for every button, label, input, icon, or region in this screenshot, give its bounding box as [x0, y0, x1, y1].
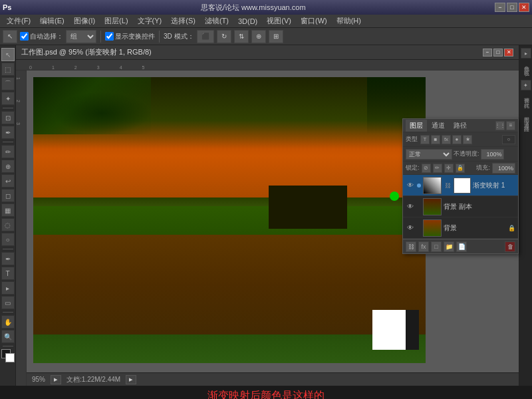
mode-3d-btn3[interactable]: ⇅ — [234, 30, 249, 43]
ruler-mark-1: 1 — [52, 65, 74, 70]
filter-toggle[interactable]: ○ — [502, 135, 515, 144]
zoom-tool[interactable]: 🔍 — [1, 330, 15, 343]
add-mask-btn[interactable]: □ — [431, 241, 442, 252]
layer-visibility-bg-copy[interactable]: 👁 — [406, 202, 415, 211]
layer-item-bg-copy[interactable]: 👁 背景 副本 — [403, 196, 518, 217]
filter-icon-fx[interactable]: fx — [442, 135, 451, 144]
move-tool[interactable]: ↖ — [1, 48, 15, 61]
layer-thumb-gradient-map — [423, 177, 442, 194]
doc-maximize-btn[interactable]: □ — [493, 49, 503, 57]
right-expand-btn[interactable]: ▸ — [521, 48, 531, 59]
mode-3d-btn4[interactable]: ⊕ — [251, 30, 266, 43]
right-style-label[interactable]: 样式 — [521, 97, 531, 100]
text-tool[interactable]: T — [1, 267, 15, 280]
crop-tool[interactable]: ⊡ — [1, 111, 15, 124]
menu-edit[interactable]: 编辑(E) — [36, 15, 68, 27]
menu-file[interactable]: 文件(F) — [3, 15, 35, 27]
layer-visibility-gradient-map[interactable]: 👁 — [406, 181, 415, 190]
menu-select[interactable]: 选择(S) — [167, 15, 200, 27]
mode-3d-btn5[interactable]: ⊞ — [269, 30, 283, 43]
zoom-btn[interactable]: ▸ — [51, 375, 61, 384]
lock-move-btn[interactable]: ✛ — [444, 164, 454, 173]
filter-icon-T[interactable]: T — [420, 135, 430, 144]
lock-transparency-btn[interactable]: ⊘ — [422, 164, 431, 173]
lock-paint-btn[interactable]: ✏ — [433, 164, 442, 173]
dodge-tool[interactable]: ○ — [1, 233, 15, 246]
right-paths-label[interactable]: 路径 — [521, 121, 531, 124]
eyedropper-tool[interactable]: ✒ — [1, 126, 15, 139]
lasso-tool[interactable]: ⌒ — [1, 77, 15, 90]
layer-name-gradient-map: 渐变映射 1 — [473, 181, 515, 190]
menu-help[interactable]: 帮助(H) — [332, 15, 365, 27]
menu-image[interactable]: 图像(I) — [70, 15, 99, 27]
layer-active-indicator — [417, 184, 421, 188]
right-adjust-label[interactable]: 调整 — [521, 92, 531, 95]
filter-icon-shape[interactable]: ■ — [431, 135, 440, 144]
shape-tool[interactable]: ▭ — [1, 296, 15, 309]
auto-select-dropdown[interactable]: 组 图层 — [66, 30, 96, 43]
right-channels-label[interactable]: 通道 — [521, 116, 531, 119]
tab-channels[interactable]: 通道 — [428, 120, 449, 132]
doc-close-btn[interactable]: ✕ — [504, 49, 513, 57]
menu-view[interactable]: 视图(V) — [263, 15, 295, 27]
magic-wand-tool[interactable]: ✦ — [1, 92, 15, 105]
layers-menu-btn[interactable]: ≡ — [506, 121, 515, 130]
filter-icon-smart[interactable]: ★ — [463, 135, 472, 144]
green-indicator[interactable] — [390, 192, 399, 201]
layer-visibility-background[interactable]: 👁 — [406, 223, 415, 233]
hand-tool[interactable]: ✋ — [1, 315, 15, 329]
add-fx-btn[interactable]: fx — [418, 241, 429, 252]
mode-3d-btn1[interactable]: ⬛ — [197, 30, 214, 43]
blur-tool[interactable]: ◌ — [1, 218, 15, 231]
foliage-detail — [53, 92, 152, 135]
auto-select-check[interactable]: 自动选择： — [20, 32, 63, 41]
marquee-tool[interactable]: ⬚ — [1, 63, 15, 76]
layer-item-background[interactable]: 👁 背景 🔒 — [403, 217, 518, 239]
opacity-input[interactable] — [481, 149, 504, 160]
black-rect-canvas — [406, 310, 419, 350]
layer-mask-gradient-map[interactable] — [454, 178, 471, 194]
pen-tool[interactable]: ✒ — [1, 252, 15, 265]
right-color-label[interactable]: 颜色 — [521, 61, 531, 63]
tab-layers[interactable]: 图层 — [406, 120, 427, 132]
maximize-button[interactable]: □ — [507, 3, 517, 12]
brush-tool[interactable]: ✏ — [1, 145, 15, 158]
layer-item-gradient-map[interactable]: 👁 ⛓ 渐变映射 1 — [403, 175, 518, 196]
menu-3d[interactable]: 3D(D) — [234, 16, 261, 27]
create-layer-btn[interactable]: 📄 — [456, 241, 467, 252]
color-selector[interactable] — [1, 349, 15, 364]
fill-input[interactable] — [492, 163, 515, 174]
minimize-button[interactable]: − — [495, 3, 505, 12]
background-color[interactable] — [5, 353, 15, 362]
photoshop-canvas[interactable] — [33, 77, 426, 363]
tab-paths[interactable]: 路径 — [450, 120, 471, 132]
path-select-tool[interactable]: ▸ — [1, 281, 15, 295]
ruler-mark-3: 3 — [97, 65, 120, 70]
mode-3d-btn2[interactable]: ↻ — [217, 30, 231, 43]
right-adjust-btn[interactable]: ✦ — [521, 80, 531, 90]
right-swatches-label[interactable]: 色板 — [521, 65, 531, 68]
right-layers-label[interactable]: 图层 — [521, 112, 531, 114]
layer-link-icon[interactable]: ⛓ — [444, 182, 452, 190]
menu-window[interactable]: 窗口(W) — [297, 15, 331, 27]
menu-layer[interactable]: 图层(L) — [100, 15, 132, 27]
tool-select-btn[interactable]: ↖ — [3, 30, 17, 43]
create-group-btn[interactable]: 📁 — [444, 241, 454, 252]
doc-minimize-btn[interactable]: − — [483, 49, 492, 57]
eraser-tool[interactable]: ◻ — [1, 189, 15, 202]
file-info-btn[interactable]: ▸ — [126, 375, 136, 384]
filter-icon-pixel[interactable]: ● — [452, 135, 462, 144]
close-button[interactable]: ✕ — [519, 3, 529, 12]
menu-text[interactable]: 文字(Y) — [134, 15, 166, 27]
lock-all-btn[interactable]: 🔒 — [456, 164, 465, 173]
menu-filter[interactable]: 滤镜(T) — [201, 15, 233, 27]
blend-mode-select[interactable]: 正常 溶解 正片叠底 — [406, 149, 452, 160]
add-link-btn[interactable]: ⛓ — [406, 241, 416, 252]
delete-layer-btn[interactable]: 🗑 — [505, 241, 515, 252]
clone-tool[interactable]: ⊕ — [1, 160, 15, 173]
show-transform-check[interactable]: 显示变换控件 — [105, 32, 155, 41]
layers-expand-btn[interactable]: ⋮⋮ — [495, 121, 505, 130]
gradient-tool[interactable]: ▦ — [1, 203, 15, 217]
history-brush[interactable]: ↩ — [1, 174, 15, 188]
menu-bar: 文件(F) 编辑(E) 图像(I) 图层(L) 文字(Y) 选择(S) 滤镜(T… — [0, 15, 532, 28]
